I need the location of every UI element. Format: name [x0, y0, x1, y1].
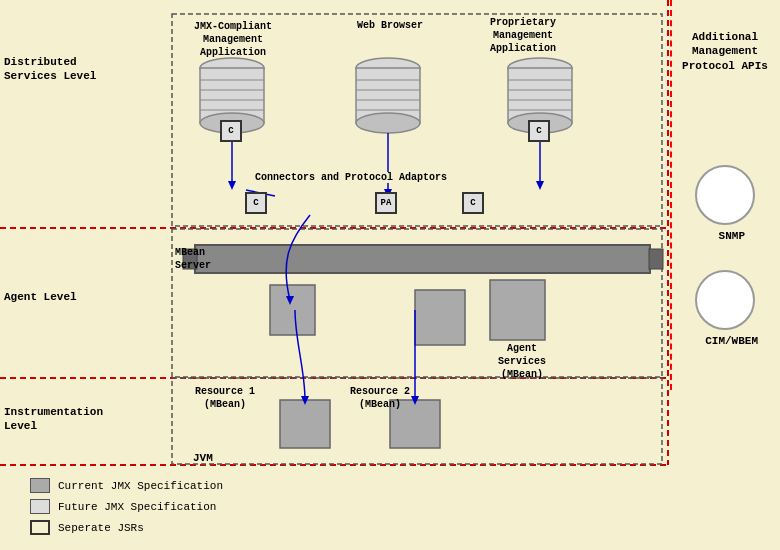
jmx-connector-c: C	[220, 120, 242, 142]
svg-point-14	[356, 58, 420, 78]
web-browser-label: Web Browser	[355, 20, 425, 31]
mbean-server-label: MBean Server	[175, 246, 211, 272]
legend-separate-text: Seperate JSRs	[58, 522, 144, 534]
legend-current-text: Current JMX Specification	[58, 480, 223, 492]
svg-marker-43	[411, 396, 419, 405]
cim-label: CIM/WBEM	[705, 335, 758, 347]
svg-marker-41	[286, 296, 294, 305]
legend-current-box	[30, 478, 50, 493]
legend-future: Future JMX Specification	[30, 499, 223, 514]
snmp-label: SNMP	[719, 230, 745, 242]
agent-level-label: Agent Level	[4, 290, 77, 304]
svg-rect-28	[195, 245, 650, 273]
dist-connector-c-left: C	[245, 192, 267, 214]
svg-rect-32	[415, 290, 465, 345]
svg-rect-30	[649, 249, 663, 269]
svg-rect-15	[356, 68, 420, 123]
legend-separate: Seperate JSRs	[30, 520, 223, 535]
dist-connector-pa: PA	[375, 192, 397, 214]
svg-marker-42	[301, 396, 309, 405]
snmp-circle	[695, 165, 755, 225]
svg-rect-33	[490, 280, 545, 340]
legend-future-text: Future JMX Specification	[58, 501, 216, 513]
legend-separate-box	[30, 520, 50, 535]
resource1-label: Resource 1 (MBean)	[195, 385, 255, 411]
svg-point-20	[356, 113, 420, 133]
dist-connector-c-right: C	[462, 192, 484, 214]
svg-rect-8	[200, 68, 264, 123]
svg-rect-22	[508, 68, 572, 123]
svg-rect-34	[280, 400, 330, 448]
jvm-label: JVM	[193, 452, 213, 464]
agent-services-label: Agent Services (MBean)	[482, 342, 562, 381]
svg-rect-31	[270, 285, 315, 335]
connectors-label: Connectors and Protocol Adaptors	[255, 172, 447, 183]
distributed-level-label: Distributed Services Level	[4, 55, 96, 84]
legend-future-box	[30, 499, 50, 514]
proprietary-app-label: Proprietary Management Application	[468, 16, 578, 55]
diagram-container: Distributed Services Level Agent Level I…	[0, 0, 780, 550]
proprietary-connector-c: C	[528, 120, 550, 142]
svg-marker-40	[536, 181, 544, 190]
jmx-app-label: JMX-Compliant Management Application	[188, 20, 278, 59]
legend: Current JMX Specification Future JMX Spe…	[30, 478, 223, 535]
resource2-label: Resource 2 (MBean)	[350, 385, 410, 411]
svg-rect-5	[172, 229, 662, 377]
svg-overlay	[0, 0, 780, 550]
right-panel-title: Additional Management Protocol APIs	[675, 30, 775, 73]
svg-marker-37	[228, 181, 236, 190]
svg-point-21	[508, 58, 572, 78]
svg-point-7	[200, 58, 264, 78]
legend-current: Current JMX Specification	[30, 478, 223, 493]
instrumentation-level-label: Instrumentation Level	[4, 405, 103, 434]
cim-circle	[695, 270, 755, 330]
